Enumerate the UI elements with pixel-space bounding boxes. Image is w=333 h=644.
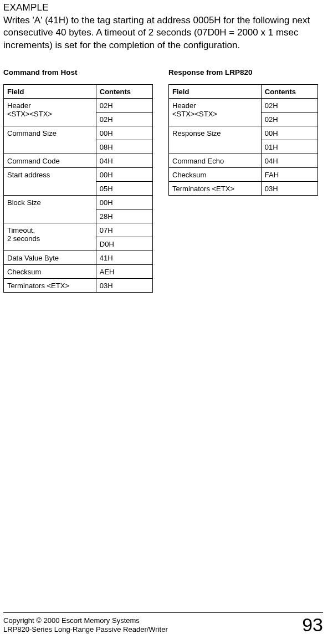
field-cell: Response Size — [169, 126, 262, 154]
example-heading: EXAMPLE — [3, 2, 323, 13]
command-from-host-table: Field Contents Header <STX><STX>02H02HCo… — [3, 84, 153, 293]
table-header-contents: Contents — [261, 85, 317, 99]
field-cell: Block Size — [4, 196, 96, 223]
contents-cell: 00H — [96, 126, 152, 140]
field-cell: Terminators <ETX> — [4, 279, 96, 293]
table-row: Command Code04H — [4, 154, 153, 168]
field-cell: Command Echo — [169, 154, 262, 168]
footer-copyright: Copyright © 2000 Escort Memory Systems — [3, 616, 168, 625]
table-row: Start address00H — [4, 168, 153, 182]
table-row: Command Size00H — [4, 126, 153, 140]
table-row: Data Value Byte41H — [4, 251, 153, 265]
contents-cell: 04H — [96, 154, 152, 168]
response-from-lrp820-title: Response from LRP820 — [168, 68, 318, 76]
contents-cell: 05H — [96, 182, 152, 196]
table-header-contents: Contents — [96, 85, 152, 99]
field-cell: Checksum — [169, 168, 262, 182]
page-footer: Copyright © 2000 Escort Memory Systems L… — [3, 612, 323, 634]
table-row: ChecksumFAH — [169, 168, 318, 182]
contents-cell: D0H — [96, 237, 152, 251]
contents-cell: 00H — [96, 168, 152, 182]
table-row: Header <STX><STX>02H — [169, 99, 318, 113]
contents-cell: 02H — [96, 99, 152, 113]
field-cell: Start address — [4, 168, 96, 196]
table-row: Block Size00H — [4, 196, 153, 209]
field-cell: Timeout, 2 seconds — [4, 223, 96, 251]
command-from-host-column: Command from Host Field Contents Header … — [3, 68, 153, 293]
table-row: ChecksumAEH — [4, 265, 153, 279]
contents-cell: 02H — [261, 113, 317, 126]
command-from-host-title: Command from Host — [3, 68, 153, 76]
field-cell: Command Code — [4, 154, 96, 168]
contents-cell: AEH — [96, 265, 152, 279]
contents-cell: 02H — [96, 113, 152, 126]
contents-cell: FAH — [261, 168, 317, 182]
table-header-field: Field — [169, 85, 262, 99]
table-row: Terminators <ETX>03H — [4, 279, 153, 293]
table-row: Response Size00H — [169, 126, 318, 140]
contents-cell: 00H — [96, 196, 152, 209]
table-header-field: Field — [4, 85, 96, 99]
field-cell: Command Size — [4, 126, 96, 154]
contents-cell: 41H — [96, 251, 152, 265]
field-cell: Terminators <ETX> — [169, 182, 262, 196]
contents-cell: 00H — [261, 126, 317, 140]
footer-product: LRP820-Series Long-Range Passive Reader/… — [3, 625, 168, 634]
tables-container: Command from Host Field Contents Header … — [3, 68, 323, 293]
field-cell: Checksum — [4, 265, 96, 279]
table-row: Command Echo04H — [169, 154, 318, 168]
contents-cell: 07H — [96, 223, 152, 237]
contents-cell: 08H — [96, 140, 152, 154]
table-row: Terminators <ETX>03H — [169, 182, 318, 196]
contents-cell: 01H — [261, 140, 317, 154]
footer-text: Copyright © 2000 Escort Memory Systems L… — [3, 616, 168, 635]
page-number: 93 — [302, 615, 323, 634]
contents-cell: 28H — [96, 209, 152, 223]
contents-cell: 03H — [261, 182, 317, 196]
field-cell: Header <STX><STX> — [169, 99, 262, 126]
contents-cell: 03H — [96, 279, 152, 293]
field-cell: Header <STX><STX> — [4, 99, 96, 126]
response-from-lrp820-column: Response from LRP820 Field Contents Head… — [168, 68, 318, 293]
example-body: Writes 'A' (41H) to the tag starting at … — [3, 14, 323, 52]
table-row: Timeout, 2 seconds07H — [4, 223, 153, 237]
contents-cell: 04H — [261, 154, 317, 168]
contents-cell: 02H — [261, 99, 317, 113]
field-cell: Data Value Byte — [4, 251, 96, 265]
table-row: Header <STX><STX>02H — [4, 99, 153, 113]
response-from-lrp820-table: Field Contents Header <STX><STX>02H02HRe… — [168, 84, 318, 196]
